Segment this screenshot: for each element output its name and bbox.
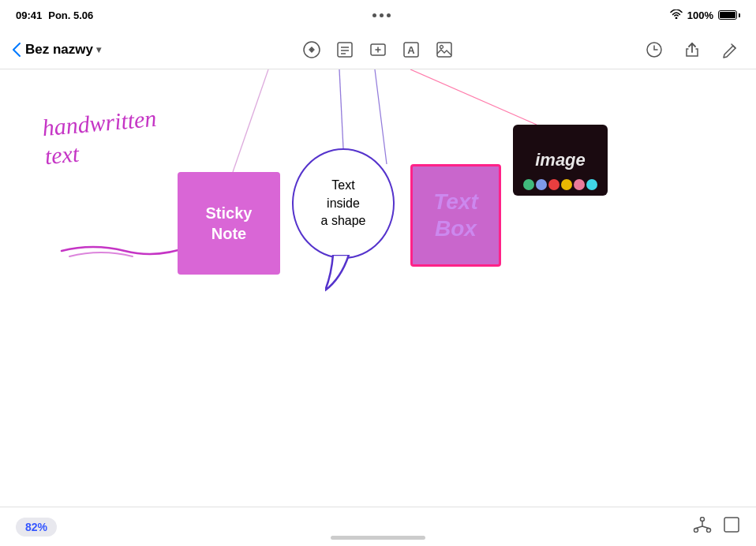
document-title[interactable]: Bez nazwy ▾ <box>25 42 101 58</box>
hierarchy-button[interactable] <box>693 517 712 537</box>
dot2 <box>380 13 384 17</box>
image-element[interactable]: image <box>513 125 608 196</box>
svg-point-18 <box>536 179 547 190</box>
svg-point-22 <box>586 179 597 190</box>
wifi-icon <box>670 9 683 21</box>
sticky-note[interactable]: Sticky Note <box>178 172 280 275</box>
status-right: 100% <box>670 9 740 21</box>
svg-line-12 <box>233 69 268 172</box>
toolbar-right <box>458 36 743 63</box>
dot1 <box>372 13 376 17</box>
share-button[interactable] <box>679 36 705 63</box>
battery-icon <box>718 10 740 20</box>
svg-line-15 <box>410 69 537 125</box>
page-button[interactable] <box>723 516 740 537</box>
status-center <box>372 13 391 17</box>
toolbar-left: Bez nazwy ▾ <box>13 42 298 58</box>
time: 09:41 <box>16 9 42 21</box>
svg-point-20 <box>561 179 572 190</box>
image-tool-button[interactable] <box>431 36 458 63</box>
svg-point-17 <box>523 179 534 190</box>
handwritten-line1: handwritten <box>41 104 158 143</box>
svg-rect-9 <box>437 43 451 57</box>
text-box-text: Text Box <box>433 189 478 241</box>
svg-point-21 <box>574 179 585 190</box>
pen-tool-button[interactable] <box>298 36 325 63</box>
svg-rect-2 <box>338 43 352 57</box>
svg-point-1 <box>310 48 313 51</box>
image-decoration <box>521 178 600 192</box>
svg-point-24 <box>694 529 698 533</box>
text-box[interactable]: Text Box <box>410 164 501 267</box>
history-button[interactable] <box>641 36 668 63</box>
handwritten-line2: text <box>43 133 160 171</box>
bottom-right-controls <box>693 516 740 537</box>
status-bar: 09:41 Pon. 5.06 100% <box>0 0 756 30</box>
speech-bubble-text: Text inside a shape <box>321 177 366 230</box>
bubble-tail-svg <box>325 255 365 294</box>
frame-tool-button[interactable] <box>365 36 391 63</box>
svg-text:A: A <box>407 44 415 56</box>
svg-rect-26 <box>724 518 739 532</box>
text-tool-button[interactable]: A <box>398 36 425 63</box>
status-left: 09:41 Pon. 5.06 <box>16 9 93 21</box>
dot3 <box>387 13 391 17</box>
svg-point-10 <box>440 45 443 48</box>
svg-line-13 <box>339 69 343 148</box>
speech-bubble-wrapper: Text inside a shape <box>292 148 395 259</box>
home-indicator <box>331 536 425 540</box>
back-button[interactable] <box>13 43 21 57</box>
svg-point-19 <box>548 179 560 190</box>
sticky-note-text: Sticky Note <box>206 203 253 244</box>
battery-percent: 100% <box>687 9 713 21</box>
canvas: handwritten text Sticky Note Text inside… <box>0 69 756 507</box>
zoom-badge[interactable]: 82% <box>16 518 57 537</box>
date: Pon. 5.06 <box>48 9 93 21</box>
speech-bubble[interactable]: Text inside a shape <box>292 148 395 259</box>
toolbar-center: A <box>298 36 458 63</box>
edit-button[interactable] <box>717 36 743 63</box>
image-label: image <box>535 150 586 170</box>
chevron-down-icon: ▾ <box>96 44 101 55</box>
title-text: Bez nazwy <box>25 42 93 58</box>
toolbar: Bez nazwy ▾ <box>0 30 756 69</box>
connector-lines <box>0 69 756 507</box>
handwritten-text: handwritten text <box>41 104 160 170</box>
bottom-bar: 82% <box>0 507 756 546</box>
sticky-note-tool-button[interactable] <box>331 36 358 63</box>
